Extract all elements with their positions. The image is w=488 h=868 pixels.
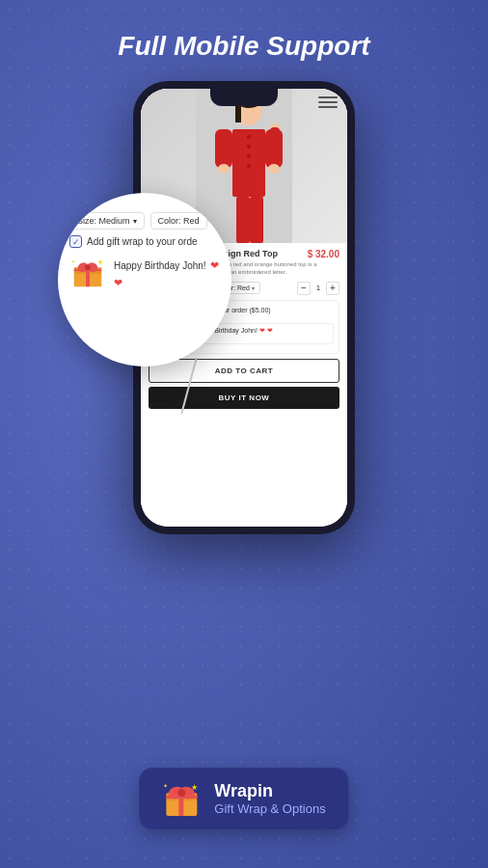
zoom-size-color-row: Size: Medium ▾ Color: Red	[69, 212, 207, 230]
zoom-color-select[interactable]: Color: Red	[150, 212, 207, 230]
zoom-message-content: Happy Birthday John! ❤ ❤	[114, 256, 220, 290]
color-chevron-icon: ▾	[252, 285, 255, 291]
phone-notch	[210, 89, 278, 106]
product-price: $ 32.00	[308, 249, 339, 259]
svg-point-8	[247, 154, 251, 158]
svg-point-9	[247, 164, 251, 168]
zoom-message-row: ★ ✦ Happy Birthday John! ❤ ❤	[69, 254, 220, 292]
svg-point-6	[247, 135, 251, 139]
svg-point-42	[177, 789, 185, 797]
add-to-cart-button[interactable]: ADD TO CART	[149, 359, 339, 383]
svg-rect-17	[250, 197, 263, 243]
zoom-gift-label: Add gift wrap to your orde	[87, 236, 198, 247]
zoom-size-label: Size: Medium	[77, 216, 130, 226]
badge-subtitle: Gift Wrap & Options	[214, 801, 325, 816]
svg-text:★: ★	[191, 783, 198, 792]
hearts-icon: ❤ ❤	[259, 327, 273, 334]
zoom-circle: Size: Medium ▾ Color: Red ✓ Add gift wra…	[58, 193, 231, 366]
hamburger-menu[interactable]	[318, 96, 338, 108]
svg-text:✦: ✦	[71, 259, 75, 264]
hamburger-line-2	[318, 101, 338, 103]
zoom-message-text: Happy Birthday John!	[114, 260, 206, 271]
svg-point-12	[218, 164, 230, 174]
svg-rect-16	[236, 197, 250, 243]
svg-text:★: ★	[97, 258, 103, 265]
zoom-gift-checkbox[interactable]: ✓	[69, 235, 82, 248]
page-title: Full Mobile Support	[118, 31, 369, 62]
quantity-controls: − 1 +	[297, 282, 339, 295]
hamburger-line-3	[318, 106, 338, 108]
quantity-increase-button[interactable]: +	[326, 282, 339, 295]
zoom-checkbox-check-icon: ✓	[72, 237, 80, 247]
svg-point-7	[247, 145, 251, 149]
svg-rect-15	[270, 127, 280, 156]
buy-now-button[interactable]: BUY IT NOW	[149, 387, 339, 409]
svg-text:✦: ✦	[163, 783, 168, 789]
svg-point-13	[268, 164, 280, 174]
zoom-gift-icon: ★ ✦	[69, 254, 108, 292]
quantity-decrease-button[interactable]: −	[297, 282, 311, 295]
zoom-size-chevron-icon: ▾	[133, 217, 137, 226]
badge-title: Wrapin	[214, 781, 325, 801]
bottom-badge: ★ ✦ Wrapin Gift Wrap & Options	[139, 768, 348, 829]
badge-text-group: Wrapin Gift Wrap & Options	[214, 781, 325, 816]
zoom-color-label: Color: Red	[158, 216, 200, 226]
svg-rect-10	[215, 129, 232, 168]
hamburger-line-1	[318, 96, 338, 98]
quantity-value: 1	[314, 284, 322, 292]
zoom-gift-header: ✓ Add gift wrap to your orde	[69, 235, 198, 248]
zoom-size-select[interactable]: Size: Medium ▾	[69, 212, 145, 230]
badge-gift-icon: ★ ✦	[162, 779, 201, 818]
svg-point-33	[85, 264, 91, 270]
